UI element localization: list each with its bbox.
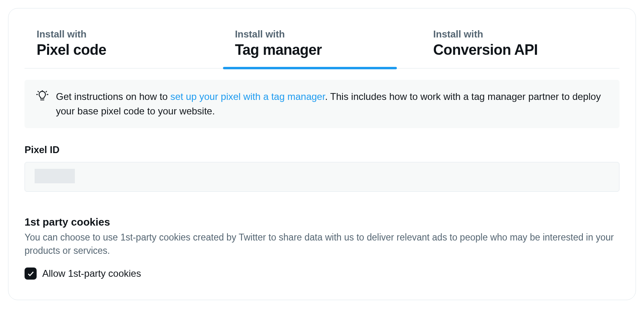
cookies-checkbox-row: Allow 1st-party cookies <box>25 268 619 280</box>
pixel-id-field[interactable] <box>25 162 619 192</box>
svg-line-4 <box>46 91 46 92</box>
tab-title: Tag manager <box>235 41 409 58</box>
info-text-before: Get instructions on how to <box>56 91 170 102</box>
cookies-heading: 1st party cookies <box>25 216 619 228</box>
info-text: Get instructions on how to set up your p… <box>56 89 608 118</box>
install-card: Install with Pixel code Install with Tag… <box>8 8 636 300</box>
tab-overline: Install with <box>37 29 211 40</box>
svg-line-3 <box>38 91 38 92</box>
tab-overline: Install with <box>433 29 607 40</box>
tab-title: Conversion API <box>433 41 607 58</box>
pixel-id-label: Pixel ID <box>25 144 619 156</box>
tab-overline: Install with <box>235 29 409 40</box>
tab-conversion-api[interactable]: Install with Conversion API <box>421 25 619 68</box>
info-link[interactable]: set up your pixel with a tag manager <box>170 91 325 102</box>
tab-title: Pixel code <box>37 41 211 58</box>
info-box: Get instructions on how to set up your p… <box>25 80 619 128</box>
cookies-description: You can choose to use 1st-party cookies … <box>25 231 619 258</box>
lightbulb-icon <box>36 90 49 103</box>
allow-cookies-label[interactable]: Allow 1st-party cookies <box>42 268 141 279</box>
pixel-id-value <box>35 169 75 183</box>
allow-cookies-checkbox[interactable] <box>25 268 37 280</box>
check-icon <box>27 270 35 278</box>
tab-pixel-code[interactable]: Install with Pixel code <box>25 25 223 68</box>
install-tabs: Install with Pixel code Install with Tag… <box>25 25 619 68</box>
tab-tag-manager[interactable]: Install with Tag manager <box>223 25 421 68</box>
